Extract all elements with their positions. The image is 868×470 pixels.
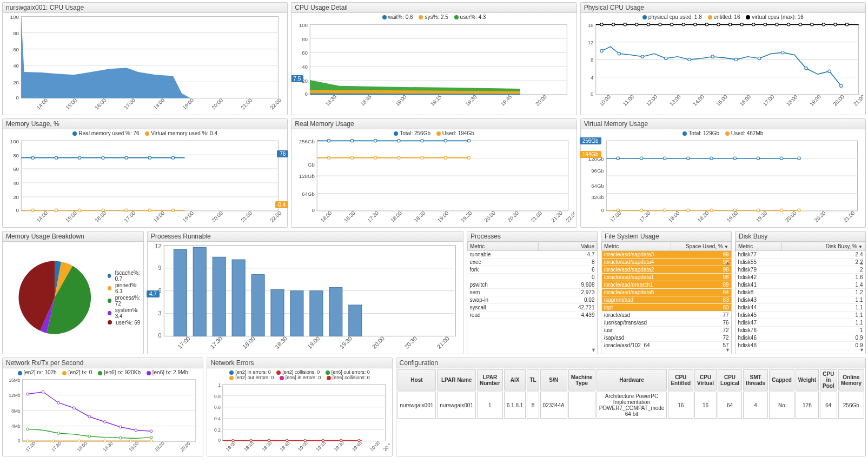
table-row[interactable]: /opt80 [602,303,731,311]
config-table[interactable]: HostLPAR NameLPAR NumberAIXTLS/NMachine … [396,368,865,420]
config-col[interactable]: CPU in Pool [820,369,837,390]
table-row[interactable]: hdisk81.2 [736,288,865,296]
config-col[interactable]: Capped [769,369,794,390]
table-row[interactable]: hdisk772.4 [736,250,865,258]
table-row[interactable]: /oracle/asd/sapdata298 [602,266,731,273]
config-col[interactable]: CPU Entitled [668,369,693,390]
table-row[interactable]: hdisk761 [736,326,865,334]
svg-text:0: 0 [16,207,19,213]
legend-wait[interactable]: wait%: 0.6 [388,14,413,20]
config-col[interactable]: Hardware [597,369,667,390]
disk-col-value[interactable]: Disk Busy, % [781,242,865,250]
legend-user[interactable]: user%: 4.3 [460,14,486,20]
table-row[interactable]: fork6 [468,266,597,273]
config-col[interactable]: Weight [796,369,819,390]
table-row[interactable]: /oracle/asd/oraarch189 [602,281,731,288]
table-row[interactable]: exec8 [468,258,597,266]
scroll-up-icon[interactable]: ▲ [725,260,730,266]
legend-real-mem[interactable]: Real memory used %: 76 [78,130,139,136]
scroll-down-icon[interactable]: ▼ [859,347,864,353]
disk-table[interactable]: Metric Disk Busy, % hdisk772.4hdisk552.2… [736,242,865,349]
table-row[interactable]: hdisk451.1 [736,311,865,319]
legend-en2tx[interactable]: [en2] tx: 0 [68,369,92,375]
table-row[interactable]: sem2,973 [468,288,597,296]
table-row[interactable]: /usr/sap/trans/asd76 [602,319,731,326]
table-row[interactable]: 0 [468,273,597,281]
table-row[interactable]: /sap/asd72 [602,334,731,341]
table-row[interactable]: /oracle/asd/sapdata399 [602,250,731,258]
legend-real-used[interactable]: Used: 194Gb [442,130,474,136]
config-col[interactable]: Host [397,369,436,390]
svg-rect-221 [310,290,323,336]
scroll-down-icon[interactable]: ▼ [725,347,730,353]
config-col[interactable]: LPAR Number [477,369,503,390]
table-row[interactable]: swap-in0.02 [468,296,597,303]
legend-virtmax[interactable]: virtual cpus (max): 16 [752,14,804,20]
legend-entitled[interactable]: entitled: 16 [714,14,740,20]
config-col[interactable]: CPU Logical [718,369,742,390]
scroll-down-icon[interactable]: ▼ [591,347,596,353]
processes-table[interactable]: Metric Value runnable4.7exec8fork60pswit… [467,242,597,319]
virt-total-badge: 256Gb [580,137,601,144]
legend-process[interactable]: process%: 72 [115,295,141,307]
table-row[interactable]: hdisk471.1 [736,319,865,326]
legend-fscache[interactable]: fscache%: 0.7 [115,270,141,282]
table-row[interactable]: read4,439 [468,311,597,319]
legend-en6rx[interactable]: [en6] rx: 920Kb [104,369,141,375]
legend-sys[interactable]: sys%: 2.5 [425,14,448,20]
svg-point-108 [78,156,81,158]
table-row[interactable]: /usr72 [602,326,731,334]
legend-real-total[interactable]: Total: 256Gb [400,130,430,136]
table-row[interactable]: syscall42,721 [468,303,597,311]
processes-title: Processes [467,231,597,242]
table-row[interactable]: hdisk552.2 [736,258,865,266]
table-row[interactable]: /oracle/asd/102_6457 [602,341,731,349]
table-row[interactable]: runnable4.7 [468,250,597,258]
legend-system[interactable]: system%: 3.4 [115,307,141,319]
legend-en6out[interactable]: [en6] out errors: 0 [332,369,370,375]
table-row[interactable]: /sapmnt/asd83 [602,296,731,303]
legend-en6col[interactable]: [en6] collisions: 0 [333,375,370,380]
table-row[interactable]: pswitch9,608 [468,281,597,288]
processes-col-metric[interactable]: Metric [468,242,539,250]
disk-col-metric[interactable]: Metric [736,242,782,250]
legend-virt-total[interactable]: Total: 129Gb [688,130,719,136]
legend-virt-mem[interactable]: Virtual memory used %: 0.4 [151,130,217,136]
legend-en6tx[interactable]: [en6] tx: 2.9Mb [153,369,188,375]
legend-en2in[interactable]: [en2] in errors: 0 [235,369,271,375]
legend-en6in[interactable]: [en6] in errors: 0 [286,375,321,380]
svg-text:128Gb: 128Gb [299,173,315,179]
legend-en2out[interactable]: [en2] out errors: 0 [235,375,274,380]
table-row[interactable]: /oracle/asd/sapdata584 [602,288,731,296]
config-col[interactable]: Machine Type [568,369,595,390]
table-row[interactable]: hdisk411.4 [736,281,865,288]
legend-pinned[interactable]: pinned%: 6.1 [115,282,141,294]
scroll-up-icon[interactable]: ▲ [859,260,864,266]
table-row[interactable]: hdisk480.9 [736,341,865,349]
table-row[interactable]: hdisk792 [736,266,865,273]
config-col[interactable]: SMT threads [743,369,768,390]
legend-physused[interactable]: physical cpu used: 1.8 [648,14,702,20]
legend-en2col[interactable]: [en2] collisions: 0 [282,369,320,375]
processes-col-value[interactable]: Value [539,242,597,250]
table-row[interactable]: /oracle/asd77 [602,311,731,319]
config-col[interactable]: CPU Virtual [694,369,717,390]
table-row[interactable]: hdisk460.9 [736,334,865,341]
fs-col-metric[interactable]: Metric [602,242,671,250]
config-col[interactable]: Online Memory [838,369,864,390]
fs-col-value[interactable]: Space Used, % [671,242,731,250]
table-row[interactable]: hdisk421.6 [736,273,865,281]
table-row[interactable]: hdisk441.1 [736,303,865,311]
svg-text:0: 0 [16,95,19,101]
legend-en2rx[interactable]: [en2] rx: 102b [24,369,57,375]
table-row[interactable]: /oracle/asd/sapdata198 [602,273,731,281]
config-col[interactable]: AIX [504,369,526,390]
fs-table[interactable]: Metric Space Used, % /oracle/asd/sapdata… [601,242,731,349]
table-row[interactable]: /oracle/asd/sapdata498 [602,258,731,266]
config-col[interactable]: S/N [540,369,567,390]
config-col[interactable]: LPAR Name [437,369,476,390]
legend-userpct[interactable]: user%: 69 [116,320,140,326]
config-col[interactable]: TL [527,369,539,390]
table-row[interactable]: hdisk431.1 [736,296,865,303]
legend-virt-used[interactable]: Used: 482Mb [731,130,763,136]
